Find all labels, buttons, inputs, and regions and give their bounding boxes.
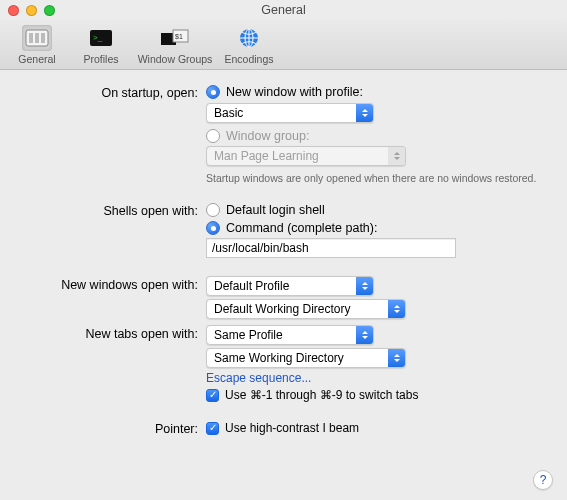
help-icon: ? [540, 473, 547, 487]
select-value: Same Working Directory [207, 351, 388, 365]
radio-label: Default login shell [226, 203, 325, 217]
chevron-updown-icon [356, 326, 373, 344]
svg-text:$1: $1 [175, 33, 183, 40]
prefs-content: On startup, open: New window with profil… [0, 70, 567, 500]
checkbox-label: Use high-contrast I beam [225, 421, 359, 435]
select-value: Default Profile [207, 279, 356, 293]
radio-window-group[interactable] [206, 129, 220, 143]
newtab-label: New tabs open with: [0, 325, 206, 345]
radio-default-shell[interactable] [206, 203, 220, 217]
toolbar-label: Encodings [218, 53, 280, 65]
newwin-dir-select[interactable]: Default Working Directory [206, 299, 406, 319]
help-button[interactable]: ? [533, 470, 553, 490]
pointer-label: Pointer: [0, 420, 206, 436]
checkbox-ibeam[interactable] [206, 422, 219, 435]
checkbox-label: Use ⌘-1 through ⌘-9 to switch tabs [225, 388, 418, 402]
window-title: General [0, 3, 567, 17]
toolbar-profiles[interactable]: >_ Profiles [70, 23, 132, 65]
startup-note: Startup windows are only opened when the… [206, 172, 536, 184]
radio-command[interactable] [206, 221, 220, 235]
window-titlebar: General [0, 0, 567, 20]
globe-icon [234, 25, 264, 51]
radio-label: Command (complete path): [226, 221, 377, 235]
escape-sequence-link[interactable]: Escape sequence... [206, 371, 311, 385]
chevron-updown-icon [388, 300, 405, 318]
select-value: Default Working Directory [207, 302, 388, 316]
toolbar-encodings[interactable]: Encodings [218, 23, 280, 65]
newwin-label: New windows open with: [0, 276, 206, 296]
chevron-updown-icon [356, 104, 373, 122]
toolbar-label: Window Groups [134, 53, 216, 65]
startup-group-select: Man Page Learning [206, 146, 406, 166]
radio-label: Window group: [226, 129, 309, 143]
toolbar-label: Profiles [70, 53, 132, 65]
newtab-dir-select[interactable]: Same Working Directory [206, 348, 406, 368]
newwin-profile-select[interactable]: Default Profile [206, 276, 374, 296]
svg-rect-3 [41, 33, 45, 43]
window-group-icon: $1 [160, 25, 190, 51]
svg-rect-2 [35, 33, 39, 43]
radio-label: New window with profile: [226, 85, 363, 99]
radio-new-window-profile[interactable] [206, 85, 220, 99]
command-path-input[interactable] [206, 238, 456, 258]
select-value: Same Profile [207, 328, 356, 342]
select-value: Man Page Learning [207, 149, 388, 163]
chevron-updown-icon [356, 277, 373, 295]
chevron-updown-icon [388, 147, 405, 165]
select-value: Basic [207, 106, 356, 120]
switch-icon [22, 25, 52, 51]
svg-text:>_: >_ [93, 33, 103, 42]
toolbar-label: General [6, 53, 68, 65]
newtab-profile-select[interactable]: Same Profile [206, 325, 374, 345]
svg-rect-1 [29, 33, 33, 43]
shells-label: Shells open with: [0, 202, 206, 218]
startup-profile-select[interactable]: Basic [206, 103, 374, 123]
toolbar-general[interactable]: General [6, 23, 68, 65]
toolbar-window-groups[interactable]: $1 Window Groups [134, 23, 216, 65]
startup-label: On startup, open: [0, 84, 206, 100]
chevron-updown-icon [388, 349, 405, 367]
checkbox-switch-tabs[interactable] [206, 389, 219, 402]
terminal-icon: >_ [86, 25, 116, 51]
prefs-toolbar: General >_ Profiles $1 Window Groups Enc… [0, 20, 567, 70]
